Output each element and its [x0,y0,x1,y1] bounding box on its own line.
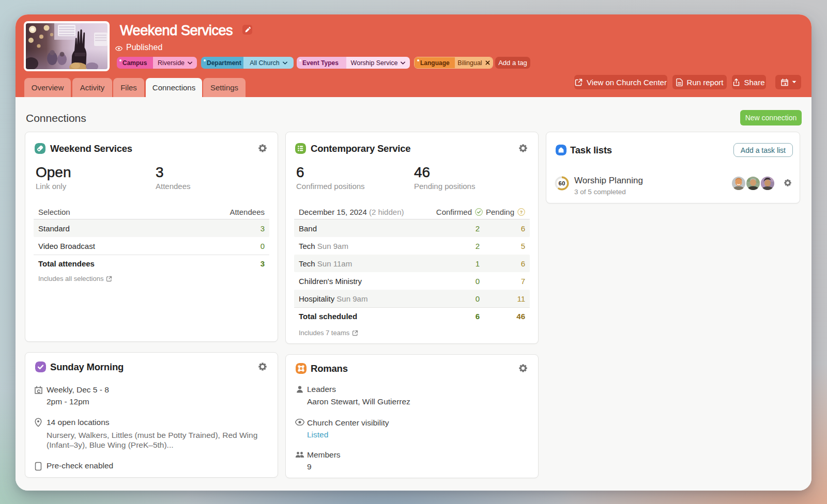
svg-text:?: ? [520,210,523,215]
svg-text:60: 60 [559,180,565,186]
